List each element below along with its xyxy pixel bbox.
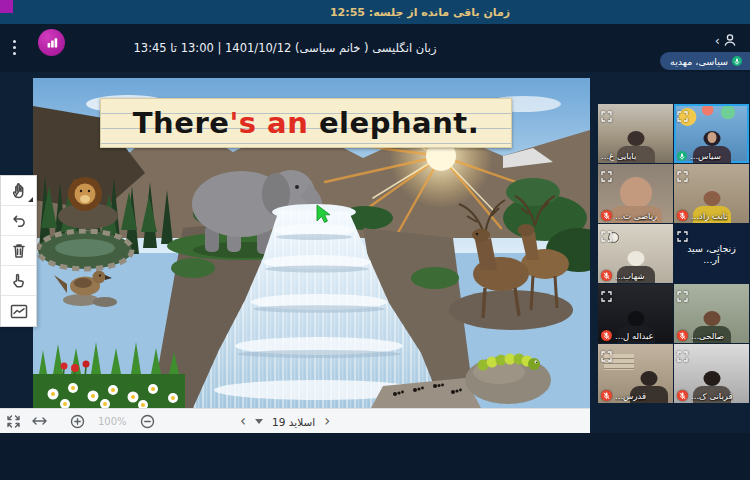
zoom-out-icon [140, 414, 155, 429]
slide-list-dropdown[interactable] [255, 419, 263, 424]
participant-tile[interactable]: قربانی ک... [674, 344, 749, 403]
zoom-in-button[interactable] [64, 409, 90, 434]
participants-grid: بابایی غ... سیاس... ریاضی ت... [598, 104, 749, 403]
participant-name: سیاس... [690, 151, 721, 161]
mic-on-icon [732, 56, 742, 66]
mic-on-icon [677, 151, 687, 161]
class-title: زبان انگلیسی ( خانم سیاسی) 1401/10/12 | … [134, 41, 437, 55]
mic-muted-icon [601, 270, 612, 281]
undo-icon [10, 212, 27, 229]
participant-name: شهاب... [615, 271, 645, 281]
trash-icon [11, 242, 27, 259]
chevron-left-icon: ‹ [715, 34, 720, 47]
participant-name: قدرس... [615, 391, 646, 401]
mic-muted-icon [677, 390, 688, 401]
participant-tile[interactable]: بابایی غ... [598, 104, 673, 163]
expand-icon[interactable] [601, 347, 612, 366]
class-header: زبان انگلیسی ( خانم سیاسی) 1401/10/12 | … [0, 24, 750, 72]
pointer-tool-button[interactable] [1, 266, 36, 296]
session-topbar: زمان باقی مانده از جلسه: 12:55 [0, 0, 750, 24]
participant-tile[interactable]: عبداله ل... [598, 284, 673, 343]
hand-pan-tool-button[interactable] [1, 176, 36, 206]
pointer-finger-icon [10, 272, 27, 289]
participant-name: ثابت راد... [691, 211, 728, 221]
slide-caption-banner: There's an elephant. [100, 98, 512, 148]
participant-tile-novideo[interactable]: زنجانی، سید آر... [674, 224, 749, 283]
bar-chart-icon [45, 36, 59, 50]
next-slide-button[interactable]: › [324, 414, 330, 429]
participant-name: قربانی ک... [691, 391, 733, 401]
main-area: There's an elephant. [0, 72, 750, 433]
expand-icon[interactable] [677, 167, 688, 186]
participant-name: عبداله ل... [615, 331, 654, 341]
slide-canvas[interactable]: There's an elephant. [33, 78, 590, 408]
person-icon [722, 32, 738, 48]
draw-line-tool-button[interactable] [1, 296, 36, 326]
expand-icon[interactable] [677, 227, 688, 246]
slide-caption-text: There's an elephant. [133, 106, 479, 140]
fit-width-icon [32, 416, 47, 426]
zoom-in-icon [70, 414, 85, 429]
participant-tile[interactable]: قدرس... [598, 344, 673, 403]
participant-tile[interactable]: ریاضی ت... [598, 164, 673, 223]
slide-number-label[interactable]: اسلاید 19 [272, 416, 315, 428]
expand-icon[interactable] [677, 287, 688, 306]
mic-muted-icon [677, 330, 688, 341]
participants-panel-toggle[interactable]: ‹ [715, 32, 738, 48]
call-controls-bar [0, 433, 750, 480]
expand-icon[interactable] [601, 107, 612, 126]
bird [54, 271, 117, 308]
mic-muted-icon [601, 330, 612, 341]
participant-face [707, 132, 716, 143]
mic-muted-icon [601, 210, 612, 221]
slide-toolbar: 100% ‹ اسلاید 19 › [0, 408, 590, 433]
app-window: زمان باقی مانده از جلسه: 12:55 زبان انگل… [0, 0, 750, 480]
slide-navigation: ‹ اسلاید 19 › [240, 409, 330, 434]
fullscreen-button[interactable] [0, 409, 26, 434]
participant-tile[interactable]: صالحی... [674, 284, 749, 343]
presenter-badge[interactable]: سیاسی، مهدیه [660, 52, 750, 70]
prev-slide-button[interactable]: ‹ [240, 414, 246, 429]
hand-icon [10, 182, 27, 199]
caterpillar [465, 354, 551, 405]
expand-icon[interactable] [601, 227, 612, 246]
mic-muted-icon [601, 390, 612, 401]
presenter-name: سیاسی، مهدیه [670, 56, 728, 67]
corner-accent [0, 0, 13, 13]
expand-icon[interactable] [677, 347, 688, 366]
bar-chart-logo-icon[interactable] [38, 29, 65, 56]
participant-name: صالحی... [691, 331, 724, 341]
expand-icon[interactable] [677, 107, 688, 126]
expand-icon[interactable] [601, 167, 612, 186]
kebab-menu-icon[interactable] [13, 40, 16, 55]
participant-name: بابایی غ... [601, 151, 636, 161]
mic-muted-icon [677, 210, 688, 221]
participant-name: ریاضی ت... [615, 211, 657, 221]
drawing-toolbar [0, 175, 37, 327]
fit-width-button[interactable] [26, 409, 52, 434]
session-remaining-label: زمان باقی مانده از جلسه: 12:55 [330, 6, 510, 19]
participant-tile[interactable]: شهاب... [598, 224, 673, 283]
expand-icon[interactable] [601, 287, 612, 306]
zoom-level-value: 100% [98, 416, 127, 427]
zoom-out-button[interactable] [135, 409, 161, 434]
participant-tile-teacher[interactable]: سیاس... [674, 104, 749, 163]
clear-trash-button[interactable] [1, 236, 36, 266]
fullscreen-icon [7, 415, 20, 428]
undo-button[interactable] [1, 206, 36, 236]
pointer-cursor-icon [315, 204, 331, 223]
line-chart-icon [10, 304, 28, 319]
participant-tile[interactable]: ثابت راد... [674, 164, 749, 223]
